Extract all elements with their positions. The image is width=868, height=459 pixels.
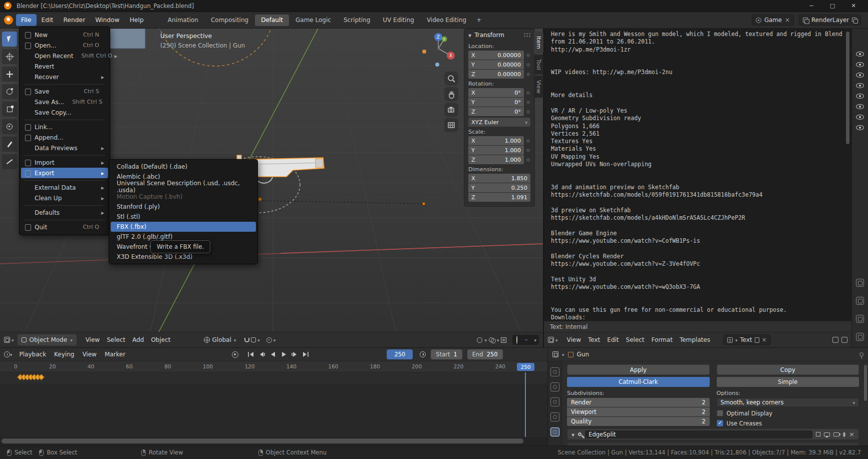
file-menu-item[interactable]: Open Recent Shift Ctrl O xyxy=(21,51,108,61)
file-menu-item[interactable]: Revert xyxy=(21,61,108,72)
tool-transform[interactable] xyxy=(2,119,17,134)
copy-view-layer-icon[interactable] xyxy=(852,18,857,23)
gizmo-chevron-icon[interactable] xyxy=(484,336,487,343)
play-button[interactable] xyxy=(278,349,288,359)
tool-select[interactable] xyxy=(2,32,17,47)
properties-tab-scene[interactable] xyxy=(550,412,559,421)
keyframe-decorator-icon[interactable] xyxy=(526,158,530,162)
checkbox-row[interactable]: Optimal Display xyxy=(717,409,773,417)
editor-tab-icon-2[interactable] xyxy=(856,297,864,305)
shading-chevron-icon[interactable] xyxy=(534,336,536,343)
maximize-button[interactable]: □ xyxy=(822,0,843,12)
eye-toggle-icon[interactable] xyxy=(856,52,864,57)
file-menu-item[interactable]: Data Previews xyxy=(21,143,108,153)
subdivision-field[interactable]: Render2 xyxy=(567,398,710,407)
editor-type-icon[interactable] xyxy=(4,337,10,343)
tool-rotate[interactable] xyxy=(2,84,17,99)
scale-field[interactable]: X1.000 xyxy=(468,136,524,145)
viewport-menu[interactable]: Add xyxy=(129,336,147,343)
snap-target-icon[interactable] xyxy=(251,337,256,342)
zoom-control[interactable] xyxy=(444,72,458,86)
workspace-tab[interactable]: Video Editing xyxy=(421,15,472,26)
file-menu-item[interactable]: Defaults xyxy=(21,207,108,218)
scale-field[interactable]: Y1.000 xyxy=(468,146,524,155)
rotation-field[interactable]: Y0° xyxy=(468,98,524,107)
copy-button[interactable]: Copy xyxy=(717,364,859,375)
subdivision-algorithm-button[interactable]: Catmull-Clark xyxy=(567,377,710,387)
editor-type-chevron-icon[interactable] xyxy=(12,336,14,343)
workspace-tab[interactable]: Animation xyxy=(162,15,204,26)
dimension-field[interactable]: Y0.250 xyxy=(468,183,530,192)
workspace-tab[interactable]: Default xyxy=(255,15,289,26)
main-menu-item[interactable]: Help xyxy=(125,14,149,26)
modifier-name-field[interactable]: EdgeSplit xyxy=(585,430,812,438)
file-menu-item[interactable]: Save Ctrl S xyxy=(21,86,108,97)
camera-view-control[interactable] xyxy=(444,103,458,117)
timeline-scrollbar[interactable] xyxy=(0,437,547,445)
shading-rendered-button[interactable] xyxy=(529,339,532,340)
proportional-chevron-icon[interactable] xyxy=(273,336,276,343)
text-editor-menu[interactable]: Edit xyxy=(604,336,622,343)
play-reverse-button[interactable] xyxy=(267,349,277,359)
sidebar-tab[interactable]: View xyxy=(534,76,543,98)
add-workspace-button[interactable]: + xyxy=(472,15,485,26)
tool-cursor[interactable] xyxy=(2,49,17,64)
scene-selector[interactable]: Game xyxy=(752,15,794,26)
checkbox[interactable] xyxy=(717,420,723,426)
show-gizmo-icon[interactable] xyxy=(477,337,482,343)
properties-tab-output[interactable] xyxy=(550,397,559,406)
close-button[interactable]: ✕ xyxy=(843,0,864,12)
main-menu-item[interactable]: File xyxy=(16,14,37,26)
file-menu-item[interactable]: Import xyxy=(21,157,108,168)
properties-editor-chevron-icon[interactable] xyxy=(562,351,564,358)
panel-expand-icon[interactable] xyxy=(468,32,471,39)
shading-material-button[interactable] xyxy=(525,339,528,340)
unlink-scene-icon[interactable] xyxy=(785,17,790,24)
checkbox-row[interactable]: Use Creases xyxy=(717,419,762,427)
keyframe-decorator-icon[interactable] xyxy=(526,53,530,58)
browse-text-icon[interactable] xyxy=(727,337,733,343)
main-menu-item[interactable]: Render xyxy=(58,14,90,26)
editor-tab-icon-4[interactable] xyxy=(856,333,864,341)
auto-keyframe-icon[interactable] xyxy=(232,351,238,358)
timeline-editor-chevron-icon[interactable] xyxy=(10,351,13,358)
dimension-field[interactable]: X1.850 xyxy=(468,174,530,183)
edit-mode-toggle-icon[interactable] xyxy=(816,432,820,436)
export-menu-item[interactable]: Collada (Default) (.dae) xyxy=(111,162,256,172)
timeline-menu[interactable]: Playback xyxy=(16,351,51,358)
text-editor-scrollbar[interactable] xyxy=(846,32,849,144)
subdivision-field[interactable]: Quality2 xyxy=(567,417,710,426)
viewport-menu[interactable]: Object xyxy=(147,336,174,343)
gizmo-neg-axis-dot2[interactable] xyxy=(435,63,439,67)
viewport-menu[interactable]: Select xyxy=(103,336,129,343)
text-editor-type-icon[interactable] xyxy=(548,337,554,343)
mode-dropdown[interactable]: Object Mode xyxy=(18,334,77,345)
dimension-field[interactable]: Z1.091 xyxy=(468,193,530,202)
scale-field[interactable]: Z1.000 xyxy=(468,155,524,164)
location-field[interactable]: Y0.00000 xyxy=(468,60,524,69)
panel-grip-icon[interactable] xyxy=(523,33,530,38)
editor-tab-icon-1[interactable] xyxy=(856,279,864,287)
file-menu-item[interactable]: New Ctrl N xyxy=(21,30,108,40)
export-menu-item[interactable]: FBX (.fbx) xyxy=(111,222,256,232)
export-menu-item[interactable]: Stanford (.ply) xyxy=(111,202,256,212)
text-editor[interactable]: Here is my Smith and Wesson gun model, w… xyxy=(543,29,851,347)
file-menu-item[interactable]: Open... Ctrl O xyxy=(21,40,108,51)
sidebar-tab[interactable]: Tool xyxy=(534,55,543,75)
text-editor-type-chevron-icon[interactable] xyxy=(555,336,558,343)
end-frame-field[interactable]: End 250 xyxy=(467,349,503,359)
perspective-toggle-control[interactable] xyxy=(444,118,458,132)
subdivision-field[interactable]: Viewport2 xyxy=(567,407,710,416)
main-menu-item[interactable]: Window xyxy=(90,14,125,26)
proportional-editing-icon[interactable] xyxy=(266,337,272,343)
timeline-tracks[interactable] xyxy=(0,372,547,437)
jump-to-start-button[interactable] xyxy=(245,349,255,359)
text-content[interactable]: Here is my Smith and Wesson gun model, w… xyxy=(551,31,843,321)
overlays-chevron-icon[interactable] xyxy=(497,336,499,343)
shading-solid-button[interactable] xyxy=(520,339,523,340)
keyframe-decorator-icon[interactable] xyxy=(526,110,530,114)
move-down-icon[interactable]: ▼ xyxy=(843,434,845,437)
gizmo-neg-axis-dot[interactable] xyxy=(422,50,426,54)
keyframe-decorator-icon[interactable] xyxy=(526,148,530,153)
xray-toggle-icon[interactable] xyxy=(501,337,506,343)
